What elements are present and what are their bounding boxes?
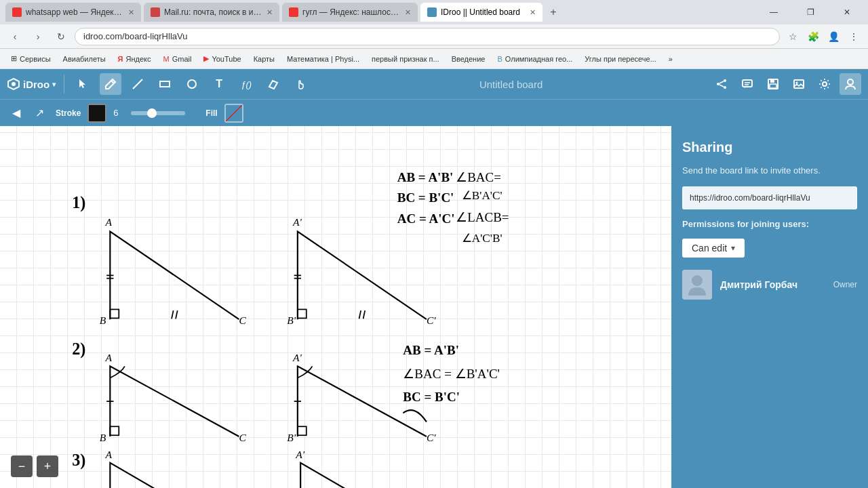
share-icon: [715, 78, 728, 90]
svg-point-6: [724, 79, 726, 82]
fill-color-picker[interactable]: [224, 104, 243, 123]
close-button[interactable]: ✕: [831, 3, 863, 22]
bookmark-youtube[interactable]: ▶ YouTube: [198, 52, 246, 66]
triangle-group-3b: B' A' C': [290, 449, 437, 488]
settings-button[interactable]: [814, 73, 835, 95]
math-text-right: AB = A'B' ∠BAC= BC = B'C' ∠B'A'C' AC = A…: [397, 170, 509, 245]
minimize-button[interactable]: —: [758, 3, 789, 22]
browser-tab-3[interactable]: гугл — Яндекс: нашлось 34 мл... ✕: [282, 3, 418, 22]
olympic-icon: В: [497, 55, 502, 63]
extensions-icon[interactable]: 🧩: [804, 28, 822, 45]
can-edit-dropdown-button[interactable]: Can edit: [682, 239, 745, 258]
chat-icon: [741, 78, 753, 90]
user-role: Owner: [833, 280, 857, 289]
browser-titlebar: whatsapp web — Яндекс: нашл... ✕ Mail.ru…: [0, 0, 868, 24]
svg-text:C': C': [427, 432, 436, 443]
idroo-logo[interactable]: iDroo ▾: [7, 77, 56, 91]
new-tab-button[interactable]: +: [545, 4, 561, 20]
share-link-input[interactable]: [682, 186, 857, 209]
menu-icon[interactable]: ⋮: [845, 28, 863, 45]
math-text-right-2: AB = A'B' ∠BAC = ∠B'A'C' BC = B'C': [403, 343, 500, 422]
sharing-panel-description: Send the board link to invite others.: [682, 165, 857, 177]
eraser-icon: [267, 78, 279, 90]
pen-tool-button[interactable]: [100, 73, 121, 95]
drawing-svg: 1) B A C: [0, 126, 671, 488]
bookmark-more[interactable]: »: [663, 52, 678, 66]
image-button[interactable]: [788, 73, 810, 95]
drawing-canvas[interactable]: 1) B A C: [0, 126, 671, 488]
svg-text:A': A': [295, 449, 304, 460]
board-title: Untitled board: [317, 79, 705, 90]
hand-tool-button[interactable]: [290, 73, 311, 95]
reload-button[interactable]: ↻: [52, 27, 71, 46]
eraser-tool-button[interactable]: [262, 73, 284, 95]
tab-close-1[interactable]: ✕: [128, 8, 134, 17]
bookmark-label: Введение: [452, 55, 486, 63]
bookmark-gmail[interactable]: M Gmail: [158, 52, 197, 66]
browser-tab-2[interactable]: Mail.ru: почта, поиск в интерне... ✕: [144, 3, 279, 22]
chat-button[interactable]: [736, 73, 758, 95]
text-tool-button[interactable]: T: [208, 73, 230, 95]
svg-text:AB = A'B': AB = A'B': [397, 170, 454, 184]
svg-rect-4: [160, 81, 170, 87]
share-button[interactable]: [711, 73, 732, 95]
idroo-app: iDroo ▾: [0, 69, 868, 488]
window-controls: — ❐ ✕: [758, 3, 863, 22]
triangle-group-3a: B A C: [100, 449, 243, 488]
profile-icon[interactable]: 👤: [825, 28, 842, 45]
label-3: 3): [72, 451, 85, 470]
bookmark-avia[interactable]: Авиабилеты: [58, 52, 111, 66]
image-icon: [793, 78, 805, 90]
bookmark-math[interactable]: Математика | Physi...: [281, 52, 365, 66]
svg-line-33: [359, 310, 361, 319]
user-avatar-icon: [687, 272, 707, 297]
gmail-icon: M: [163, 55, 170, 63]
bookmark-olympic[interactable]: В Олимпиадная гео...: [492, 52, 578, 66]
pen-icon: [104, 78, 117, 90]
svg-point-74: [692, 275, 703, 286]
tab-close-4[interactable]: ✕: [530, 8, 536, 17]
svg-text:AC = A'C': AC = A'C': [397, 211, 455, 226]
select-tool-button[interactable]: [73, 73, 94, 95]
tab-title-3: гугл — Яндекс: нашлось 34 мл...: [302, 7, 401, 17]
nav-export-button[interactable]: ↗: [30, 104, 49, 123]
formula-tool-button[interactable]: ƒ(): [235, 73, 257, 95]
tab-title-2: Mail.ru: почта, поиск в интерне...: [164, 7, 262, 17]
stroke-color-picker[interactable]: [87, 104, 106, 123]
line-tool-button[interactable]: [127, 73, 149, 95]
svg-line-10: [719, 85, 724, 87]
browser-tab-1[interactable]: whatsapp web — Яндекс: нашл... ✕: [5, 3, 141, 22]
tab-favicon-2: [151, 7, 160, 17]
zoom-in-button[interactable]: +: [37, 455, 58, 477]
permissions-label: Permissions for joining users:: [682, 219, 857, 229]
bookmark-intro[interactable]: Введение: [446, 52, 491, 66]
bookmark-yandex[interactable]: Я Яндекс: [113, 52, 157, 66]
tab-close-3[interactable]: ✕: [405, 8, 411, 17]
bookmark-angles[interactable]: Углы при пересече...: [579, 52, 662, 66]
address-input[interactable]: idroo.com/board-liqrHllaVu: [75, 28, 780, 45]
tab-close-2[interactable]: ✕: [267, 8, 273, 17]
bookmark-star-icon[interactable]: ☆: [784, 28, 802, 45]
browser-tab-4[interactable]: IDroo || Untitled board ✕: [420, 3, 542, 22]
forward-button[interactable]: ›: [28, 27, 47, 46]
nav-back-button[interactable]: ◀: [7, 104, 26, 123]
save-button[interactable]: [762, 73, 784, 95]
maximize-button[interactable]: ❐: [795, 3, 826, 22]
circle-tool-button[interactable]: [181, 73, 203, 95]
bookmark-maps[interactable]: Карты: [248, 52, 280, 66]
tab-title-1: whatsapp web — Яндекс: нашл...: [26, 7, 124, 17]
svg-text:B': B': [287, 432, 296, 443]
fill-label: Fill: [205, 108, 217, 118]
hand-icon: [294, 78, 307, 90]
stroke-size-slider[interactable]: [131, 111, 185, 115]
back-button[interactable]: ‹: [5, 27, 24, 46]
zoom-out-button[interactable]: −: [11, 455, 33, 477]
svg-text:∠LACB=: ∠LACB=: [456, 210, 509, 224]
users-button[interactable]: [840, 73, 861, 95]
svg-line-9: [719, 81, 724, 83]
svg-text:∠BAC = ∠B'A'C': ∠BAC = ∠B'A'C': [403, 367, 500, 381]
rect-tool-button[interactable]: [154, 73, 176, 95]
user-avatar: [682, 270, 712, 300]
bookmark-first[interactable]: первый признак п...: [366, 52, 445, 66]
bookmark-services[interactable]: ⊞ Сервисы: [5, 52, 56, 66]
